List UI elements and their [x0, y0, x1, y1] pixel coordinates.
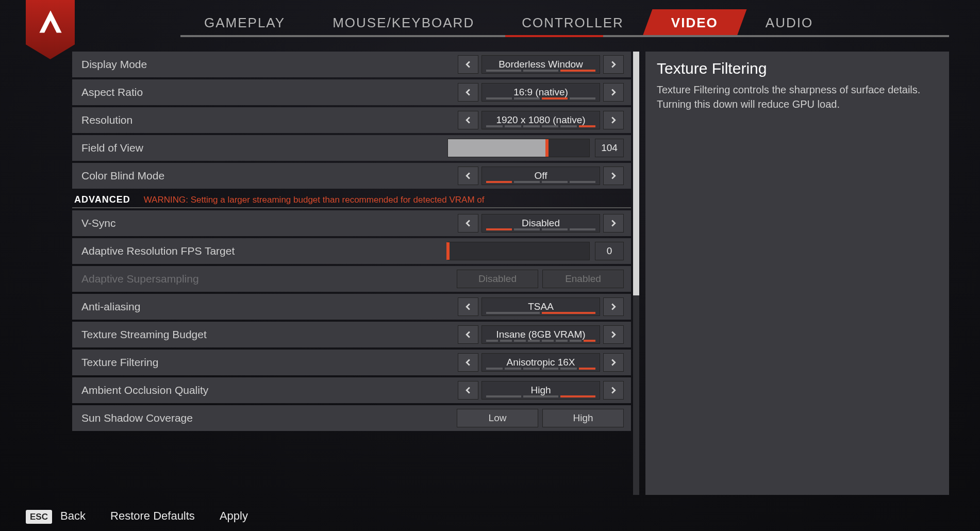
adaptive-resolution-fps-value: 0 — [595, 242, 624, 260]
color-blind-mode-next[interactable] — [603, 167, 624, 185]
scroll-thumb[interactable] — [633, 52, 639, 295]
color-blind-mode-value: Off — [535, 171, 547, 181]
row-texture-streaming-budget: Texture Streaming Budget Insane (8GB VRA… — [72, 322, 631, 347]
label-display-mode: Display Mode — [81, 58, 458, 71]
sun-shadow-coverage-option-1[interactable]: High — [542, 409, 624, 427]
label-sun-shadow-coverage: Sun Shadow Coverage — [81, 412, 457, 424]
texture-streaming-budget-next[interactable] — [603, 325, 624, 344]
v-sync-value-box[interactable]: Disabled — [481, 214, 600, 233]
row-adaptive-resolution-fps: Adaptive Resolution FPS Target 0 — [72, 238, 631, 264]
v-sync-prev[interactable] — [458, 214, 478, 233]
anti-aliasing-value-box[interactable]: TSAA — [481, 297, 600, 316]
texture-streaming-budget-value-box[interactable]: Insane (8GB VRAM) — [481, 325, 600, 344]
top-bar: GAMEPLAYMOUSE/KEYBOARDCONTROLLERVIDEOAUD… — [0, 0, 980, 46]
color-blind-mode-value-box[interactable]: Off — [481, 167, 600, 185]
apex-logo-icon — [37, 9, 64, 37]
texture-filtering-next[interactable] — [603, 353, 624, 372]
tab-mousekeyboard[interactable]: MOUSE/KEYBOARD — [309, 9, 498, 36]
display-mode-prev[interactable] — [458, 55, 478, 74]
label-adaptive-resolution-fps: Adaptive Resolution FPS Target — [81, 245, 447, 257]
esc-key-badge: ESC — [26, 510, 52, 524]
label-ambient-occlusion: Ambient Occlusion Quality — [81, 384, 458, 396]
texture-filtering-value-box[interactable]: Anisotropic 16X — [481, 353, 600, 372]
resolution-prev[interactable] — [458, 111, 478, 129]
tab-audio[interactable]: AUDIO — [742, 9, 837, 36]
tabs-underline — [180, 35, 949, 37]
v-sync-next[interactable] — [603, 214, 624, 233]
field-of-view-value: 104 — [595, 139, 624, 157]
back-label: Back — [60, 509, 86, 522]
settings-tabs: GAMEPLAYMOUSE/KEYBOARDCONTROLLERVIDEOAUD… — [180, 9, 980, 36]
description-title: Texture Filtering — [657, 60, 938, 77]
sun-shadow-coverage-option-0[interactable]: Low — [457, 409, 538, 427]
resolution-next[interactable] — [603, 111, 624, 129]
label-adaptive-supersampling: Adaptive Supersampling — [81, 273, 457, 285]
back-button[interactable]: ESC Back — [26, 509, 86, 523]
texture-streaming-budget-value: Insane (8GB VRAM) — [496, 329, 585, 340]
texture-filtering-prev[interactable] — [458, 353, 478, 372]
row-ambient-occlusion: Ambient Occlusion Quality High — [72, 377, 631, 403]
aspect-ratio-prev[interactable] — [458, 83, 478, 102]
resolution-value-box[interactable]: 1920 x 1080 (native) — [481, 111, 600, 129]
advanced-section-header: ADVANCED WARNING: Setting a larger strea… — [72, 191, 631, 208]
aspect-ratio-value-box[interactable]: 16:9 (native) — [481, 83, 600, 102]
aspect-ratio-next[interactable] — [603, 83, 624, 102]
adaptive-supersampling-option-0: Disabled — [457, 270, 538, 288]
row-texture-filtering: Texture Filtering Anisotropic 16X — [72, 350, 631, 375]
ambient-occlusion-value-box[interactable]: High — [481, 381, 600, 400]
adaptive-supersampling-option-1: Enabled — [542, 270, 624, 288]
display-mode-value-box[interactable]: Borderless Window — [481, 55, 600, 74]
tab-controller[interactable]: CONTROLLER — [498, 9, 647, 36]
label-texture-streaming-budget: Texture Streaming Budget — [81, 328, 458, 341]
display-mode-next[interactable] — [603, 55, 624, 74]
label-aspect-ratio: Aspect Ratio — [81, 86, 458, 98]
row-field-of-view: Field of View 104 — [72, 135, 631, 161]
anti-aliasing-next[interactable] — [603, 297, 624, 316]
description-text: Texture Filtering controls the sharpness… — [657, 82, 938, 111]
settings-panel: Display Mode Borderless Window Aspect Ra… — [72, 52, 639, 495]
scrollbar[interactable] — [633, 52, 639, 495]
row-aspect-ratio: Aspect Ratio 16:9 (native) — [72, 79, 631, 105]
description-panel: Texture Filtering Texture Filtering cont… — [645, 52, 949, 495]
row-display-mode: Display Mode Borderless Window — [72, 52, 631, 77]
row-adaptive-supersampling: Adaptive Supersampling DisabledEnabled — [72, 266, 631, 292]
ambient-occlusion-prev[interactable] — [458, 381, 478, 400]
row-anti-aliasing: Anti-aliasing TSAA — [72, 294, 631, 320]
footer-bar: ESC Back Restore Defaults Apply — [26, 509, 980, 523]
anti-aliasing-value: TSAA — [528, 302, 554, 312]
restore-defaults-button[interactable]: Restore Defaults — [110, 509, 195, 523]
row-resolution: Resolution 1920 x 1080 (native) — [72, 107, 631, 133]
color-blind-mode-prev[interactable] — [458, 167, 478, 185]
row-color-blind-mode: Color Blind Mode Off — [72, 163, 631, 189]
v-sync-value: Disabled — [522, 218, 560, 228]
resolution-value: 1920 x 1080 (native) — [496, 115, 585, 125]
label-anti-aliasing: Anti-aliasing — [81, 301, 458, 313]
vram-warning: WARNING: Setting a larger streaming budg… — [144, 195, 485, 205]
field-of-view-slider[interactable] — [447, 139, 590, 157]
tab-video[interactable]: VIDEO — [642, 9, 746, 36]
label-color-blind-mode: Color Blind Mode — [81, 170, 458, 182]
ambient-occlusion-value: High — [530, 385, 551, 395]
display-mode-value: Borderless Window — [499, 59, 583, 70]
advanced-label: ADVANCED — [74, 194, 130, 205]
tab-gameplay[interactable]: GAMEPLAY — [180, 9, 309, 36]
apply-button[interactable]: Apply — [220, 509, 248, 523]
label-resolution: Resolution — [81, 114, 458, 126]
anti-aliasing-prev[interactable] — [458, 297, 478, 316]
texture-streaming-budget-prev[interactable] — [458, 325, 478, 344]
label-v-sync: V-Sync — [81, 217, 458, 229]
aspect-ratio-value: 16:9 (native) — [513, 87, 568, 97]
row-sun-shadow-coverage: Sun Shadow Coverage LowHigh — [72, 405, 631, 431]
texture-filtering-value: Anisotropic 16X — [506, 357, 575, 368]
adaptive-resolution-fps-slider[interactable] — [447, 242, 590, 260]
game-logo — [26, 0, 75, 59]
ambient-occlusion-next[interactable] — [603, 381, 624, 400]
label-field-of-view: Field of View — [81, 142, 447, 154]
label-texture-filtering: Texture Filtering — [81, 356, 458, 369]
row-v-sync: V-Sync Disabled — [72, 210, 631, 236]
